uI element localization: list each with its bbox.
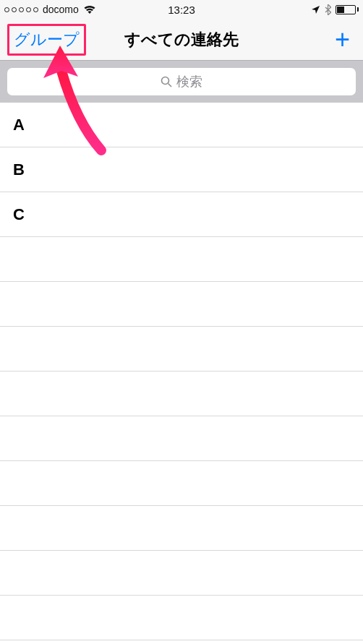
page-title: すべての連絡先 [124,29,239,51]
search-bar-container: 検索 [0,61,363,103]
list-item [0,372,363,416]
carrier-label: docomo [43,4,79,15]
status-bar: docomo 13:23 [0,0,363,19]
status-right [311,4,359,15]
nav-bar: グループ すべての連絡先 + [0,19,363,61]
contact-name: B [13,160,25,179]
location-icon [311,5,320,14]
wifi-icon [83,5,96,14]
list-item[interactable]: B [0,147,363,192]
list-item [0,551,363,596]
search-icon [161,76,172,87]
contacts-list[interactable]: A B C [0,103,363,640]
svg-point-0 [162,77,169,85]
add-contact-button[interactable]: + [329,27,356,53]
contact-name: C [13,205,25,224]
status-left: docomo [4,4,96,15]
list-item[interactable]: A [0,103,363,147]
list-item [0,282,363,327]
clock: 13:23 [168,4,195,16]
battery-icon [336,5,359,14]
svg-line-1 [168,84,172,87]
list-item [0,416,363,461]
bluetooth-icon [325,4,331,15]
search-placeholder: 検索 [176,73,202,90]
search-input[interactable]: 検索 [7,68,356,95]
list-item[interactable]: C [0,192,363,237]
groups-button[interactable]: グループ [7,24,86,56]
contact-name: A [13,116,25,134]
list-item [0,327,363,372]
list-item [0,506,363,551]
list-item [0,461,363,506]
signal-strength-icon [4,7,38,12]
list-item [0,237,363,282]
list-item [0,596,363,640]
